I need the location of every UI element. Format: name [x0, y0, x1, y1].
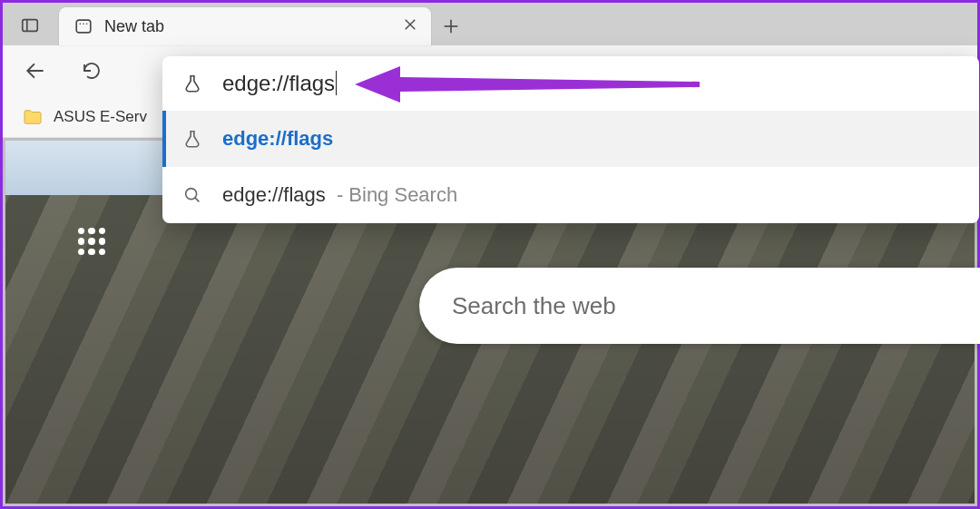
bookmark-item[interactable]: ASUS E-Serv: [23, 108, 147, 126]
svg-point-4: [83, 23, 84, 24]
tab-actions-button[interactable]: [10, 5, 50, 45]
suggestion-text: edge://flags: [222, 183, 326, 206]
omnibox-suggestion[interactable]: edge://flags - Bing Search: [162, 167, 979, 223]
new-tab-button[interactable]: [431, 7, 471, 45]
suggestion-hint: - Bing Search: [337, 183, 457, 206]
close-tab-button[interactable]: [402, 16, 418, 36]
refresh-button[interactable]: [74, 53, 110, 89]
flask-icon: [182, 129, 202, 149]
tab-actions-icon: [20, 15, 40, 35]
search-icon: [182, 185, 202, 205]
ntp-search-box[interactable]: Search the web: [419, 268, 980, 344]
back-button[interactable]: [17, 53, 54, 89]
active-tab[interactable]: New tab: [59, 7, 431, 45]
svg-point-5: [86, 23, 88, 24]
svg-line-12: [195, 198, 199, 201]
arrow-left-icon: [24, 59, 47, 83]
svg-point-11: [186, 189, 197, 200]
address-bar[interactable]: edge://flags: [162, 56, 979, 111]
omnibox-dropdown: edge://flags edge://flags edge://flags -…: [162, 56, 979, 223]
close-icon: [402, 16, 418, 33]
apps-launcher-button[interactable]: [78, 228, 105, 255]
address-input[interactable]: edge://flags: [222, 71, 959, 96]
omnibox-suggestion[interactable]: edge://flags: [162, 111, 979, 167]
bookmark-label: ASUS E-Serv: [54, 108, 147, 126]
svg-rect-0: [23, 20, 38, 32]
new-tab-page-icon: [74, 16, 93, 36]
ntp-search-placeholder: Search the web: [452, 292, 616, 320]
flask-icon: [182, 73, 202, 93]
svg-rect-2: [76, 20, 91, 33]
tab-strip: New tab: [3, 3, 977, 45]
refresh-icon: [81, 60, 103, 82]
svg-point-3: [80, 23, 82, 24]
tab-title: New tab: [104, 17, 391, 36]
plus-icon: [441, 16, 461, 36]
folder-icon: [23, 109, 43, 125]
suggestion-text: edge://flags: [222, 127, 333, 151]
